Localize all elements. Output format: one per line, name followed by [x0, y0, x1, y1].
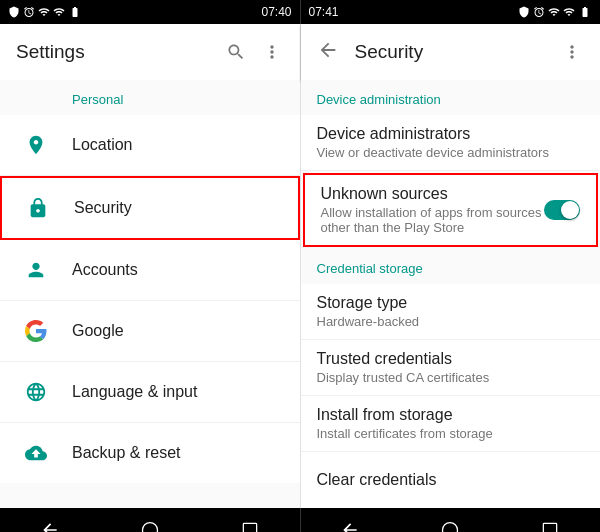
storage-type-text: Storage type Hardware-backed: [317, 294, 585, 329]
install-from-storage-title: Install from storage: [317, 406, 585, 424]
backup-text: Backup & reset: [72, 444, 284, 462]
left-time: 07:40: [261, 5, 291, 19]
language-title: Language & input: [72, 383, 284, 401]
settings-toolbar-icons: [224, 40, 284, 64]
language-text: Language & input: [72, 383, 284, 401]
svg-rect-1: [243, 523, 256, 532]
main-screens: Settings Personal Location: [0, 24, 600, 508]
right-recents-nav-button[interactable]: [520, 506, 580, 532]
left-status-icons: [8, 6, 82, 18]
unknown-sources-item[interactable]: Unknown sources Allow installation of ap…: [305, 175, 597, 245]
device-admins-subtitle: View or deactivate device administrators: [317, 145, 585, 160]
security-item[interactable]: Security: [0, 176, 300, 240]
location-item[interactable]: Location: [0, 115, 300, 176]
install-from-storage-subtitle: Install certificates from storage: [317, 426, 585, 441]
security-toolbar: Security: [301, 24, 601, 80]
location-text: Location: [72, 136, 284, 154]
install-from-storage-item[interactable]: Install from storage Install certificate…: [301, 396, 601, 452]
language-icon: [16, 372, 56, 412]
location-title: Location: [72, 136, 284, 154]
unknown-sources-toggle[interactable]: [544, 200, 580, 220]
bottom-nav: [0, 508, 600, 532]
google-text: Google: [72, 322, 284, 340]
accounts-title: Accounts: [72, 261, 284, 279]
status-bars: 07:40 07:41: [0, 0, 600, 24]
unknown-sources-subtitle: Allow installation of apps from sources …: [321, 205, 545, 235]
clear-credentials-text: Clear credentials: [317, 471, 585, 489]
accounts-text: Accounts: [72, 261, 284, 279]
home-nav-button[interactable]: [120, 506, 180, 532]
svg-point-0: [142, 523, 157, 533]
settings-title: Settings: [16, 41, 224, 63]
more-options-icon[interactable]: [260, 40, 284, 64]
security-title: Security: [74, 199, 282, 217]
credential-storage-header: Credential storage: [301, 249, 601, 284]
right-status-icons: [518, 6, 592, 18]
google-item[interactable]: Google: [0, 301, 300, 362]
storage-type-item[interactable]: Storage type Hardware-backed: [301, 284, 601, 340]
device-admins-text: Device administrators View or deactivate…: [317, 125, 585, 160]
google-icon: [16, 311, 56, 351]
language-item[interactable]: Language & input: [0, 362, 300, 423]
security-screen: Security Device administration Device ad…: [301, 24, 601, 508]
clear-credentials-title: Clear credentials: [317, 471, 585, 489]
personal-section-header: Personal: [0, 80, 300, 115]
security-text: Security: [74, 199, 282, 217]
install-from-storage-text: Install from storage Install certificate…: [317, 406, 585, 441]
location-icon: [16, 125, 56, 165]
recents-nav-button[interactable]: [220, 506, 280, 532]
right-back-nav-button[interactable]: [320, 506, 380, 532]
left-nav-buttons: [0, 506, 300, 532]
backup-title: Backup & reset: [72, 444, 284, 462]
device-admin-header: Device administration: [301, 80, 601, 115]
backup-icon: [16, 433, 56, 473]
device-admins-item[interactable]: Device administrators View or deactivate…: [301, 115, 601, 171]
accounts-item[interactable]: Accounts: [0, 240, 300, 301]
unknown-sources-text: Unknown sources Allow installation of ap…: [321, 185, 545, 235]
trusted-credentials-item[interactable]: Trusted credentials Display trusted CA c…: [301, 340, 601, 396]
trusted-credentials-subtitle: Display trusted CA certificates: [317, 370, 585, 385]
settings-toolbar: Settings: [0, 24, 300, 80]
svg-rect-3: [543, 523, 556, 532]
search-icon[interactable]: [224, 40, 248, 64]
google-title: Google: [72, 322, 284, 340]
back-nav-button[interactable]: [20, 506, 80, 532]
trusted-credentials-text: Trusted credentials Display trusted CA c…: [317, 350, 585, 385]
storage-type-title: Storage type: [317, 294, 585, 312]
accounts-icon: [16, 250, 56, 290]
right-time: 07:41: [309, 5, 339, 19]
storage-type-subtitle: Hardware-backed: [317, 314, 585, 329]
backup-item[interactable]: Backup & reset: [0, 423, 300, 483]
left-status-bar: 07:40: [0, 0, 300, 24]
settings-screen: Settings Personal Location: [0, 24, 301, 508]
security-more-icon[interactable]: [560, 40, 584, 64]
settings-list: Personal Location Security: [0, 80, 300, 508]
right-home-nav-button[interactable]: [420, 506, 480, 532]
clear-credentials-item[interactable]: Clear credentials: [301, 452, 601, 508]
security-title: Security: [355, 41, 561, 63]
unknown-sources-title: Unknown sources: [321, 185, 545, 203]
right-status-bar: 07:41: [301, 0, 601, 24]
back-button[interactable]: [317, 39, 339, 66]
security-toolbar-icons: [560, 40, 584, 64]
device-admins-title: Device administrators: [317, 125, 585, 143]
trusted-credentials-title: Trusted credentials: [317, 350, 585, 368]
svg-point-2: [443, 523, 458, 533]
security-list: Device administration Device administrat…: [301, 80, 601, 508]
security-icon: [18, 188, 58, 228]
unknown-sources-wrapper: Unknown sources Allow installation of ap…: [303, 173, 599, 247]
right-nav-buttons: [301, 506, 601, 532]
